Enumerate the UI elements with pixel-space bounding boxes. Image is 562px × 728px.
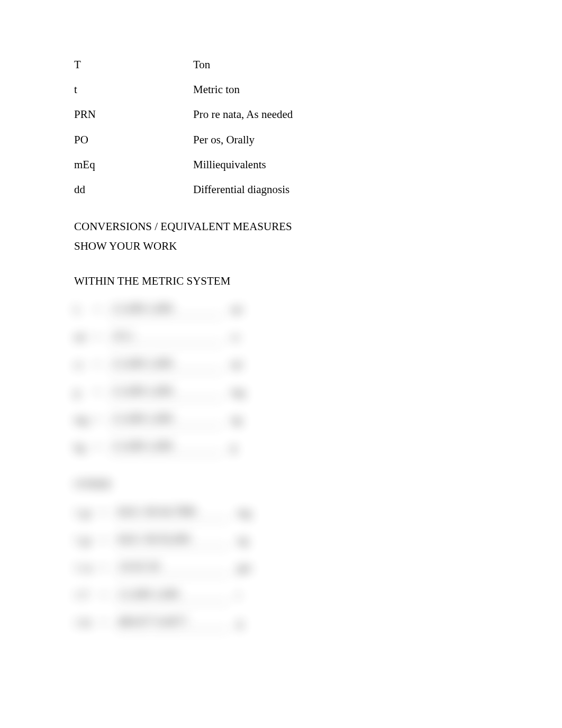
show-your-work: SHOW YOUR WORK [74, 240, 498, 253]
conv-value: 1/1,000 1,000 [110, 412, 221, 426]
conversion-row: 1 lb = 460/477 0.0077 g [74, 614, 498, 630]
conv-left-unit: 1 gr [74, 534, 101, 547]
conversion-row: g = 1/1,000 1,000 mg [74, 383, 498, 399]
conv-right-unit: g [231, 441, 257, 454]
conv-left-unit: 1 gr [74, 506, 101, 520]
abbrev-meaning: Pro re nata, As needed [193, 108, 498, 121]
equals-sign: = [94, 413, 110, 426]
abbrev-meaning: Differential diagnosis [193, 183, 498, 196]
abbrev-row: T Ton [74, 58, 498, 71]
conv-right-unit: t [237, 589, 264, 602]
abbrev-meaning: Per os, Orally [193, 133, 498, 147]
abbrev-symbol: dd [74, 183, 193, 196]
conv-value: 1/1,000 1,000 [116, 587, 228, 602]
conv-left-unit: kg [74, 441, 94, 454]
abbrev-row: PO Per os, Orally [74, 133, 498, 147]
within-metric-heading: WITHIN THE METRIC SYSTEM [74, 275, 498, 288]
conv-left-unit: 1 T [74, 589, 101, 602]
conversion-row: L = 1/1,000 1,000 ml [74, 301, 498, 316]
conversion-row: 1 gr = 64.8 / 60 65,000 ug [74, 531, 498, 547]
equals-sign: = [94, 358, 110, 371]
equals-sign: = [94, 441, 110, 454]
metric-conversions-blurred: L = 1/1,000 1,000 ml ml = 1/0.1 cc cc = … [74, 301, 498, 630]
abbrev-symbol: PRN [74, 108, 193, 121]
conv-right-unit: cc [231, 331, 257, 344]
abbrev-row: dd Differential diagnosis [74, 183, 498, 196]
conversion-row: 1 gr = 64.8 / 60 64.7989 mg [74, 504, 498, 520]
conv-left-unit: ml [74, 331, 94, 344]
equals-sign: = [101, 616, 116, 630]
conv-left-unit: 1 lb [74, 616, 101, 630]
conv-right-unit: ug [231, 413, 257, 426]
conv-right-unit: mg [237, 506, 264, 520]
other-heading: OTHER [74, 478, 498, 491]
abbrev-meaning: Metric ton [193, 83, 498, 96]
conv-right-unit: mg [231, 386, 257, 399]
conversion-row: 1 oz = 1/0.03 30 gm [74, 559, 498, 575]
abbrev-meaning: Ton [193, 58, 498, 71]
conv-right-unit: ml [231, 358, 257, 371]
conv-value: 1/1,000 1,000 [110, 302, 221, 316]
equals-sign: = [94, 303, 110, 316]
abbrev-row: t Metric ton [74, 83, 498, 96]
equals-sign: = [101, 534, 116, 547]
equals-sign: = [101, 506, 116, 520]
conv-left-unit: g [74, 386, 94, 399]
conv-right-unit: ug [237, 534, 264, 547]
conv-left-unit: L [74, 303, 94, 316]
abbrev-row: mEq Milliequivalents [74, 158, 498, 171]
abbrev-symbol: T [74, 58, 193, 71]
conversion-row: mg = 1/1,000 1,000 ug [74, 411, 498, 426]
equals-sign: = [94, 331, 110, 344]
abbreviation-list: T Ton t Metric ton PRN Pro re nata, As n… [74, 58, 498, 196]
conv-left-unit: cc [74, 358, 94, 371]
conv-value: 64.8 / 60 65,000 [116, 532, 228, 547]
conv-right-unit: g [237, 616, 264, 630]
conversion-row: 1 T = 1/1,000 1,000 t [74, 586, 498, 602]
conv-value: 1/1,000 1,000 [110, 384, 221, 399]
conversion-row: ml = 1/0.1 cc [74, 328, 498, 344]
equals-sign: = [101, 589, 116, 602]
conv-value: 1/1,000 1,000 [110, 357, 221, 371]
conversions-heading: CONVERSIONS / EQUIVALENT MEASURES [74, 220, 498, 233]
conv-value: 1/0.03 30 [116, 560, 228, 575]
abbrev-symbol: t [74, 83, 193, 96]
equals-sign: = [94, 386, 110, 399]
conv-value: 1/0.1 [110, 329, 221, 344]
abbrev-meaning: Milliequivalents [193, 158, 498, 171]
conv-left-unit: mg [74, 413, 94, 426]
conversion-row: kg = 1/1,000 1,000 g [74, 438, 498, 454]
conv-right-unit: ml [231, 303, 257, 316]
conv-value: 460/477 0.0077 [116, 615, 228, 630]
conv-left-unit: 1 oz [74, 561, 101, 575]
abbrev-symbol: mEq [74, 158, 193, 171]
abbrev-row: PRN Pro re nata, As needed [74, 108, 498, 121]
equals-sign: = [101, 561, 116, 575]
conv-value: 64.8 / 60 64.7989 [116, 505, 228, 520]
conv-right-unit: gm [237, 561, 264, 575]
abbrev-symbol: PO [74, 133, 193, 147]
conv-value: 1/1,000 1,000 [110, 439, 221, 454]
conversion-row: cc = 1/1,000 1,000 ml [74, 356, 498, 371]
